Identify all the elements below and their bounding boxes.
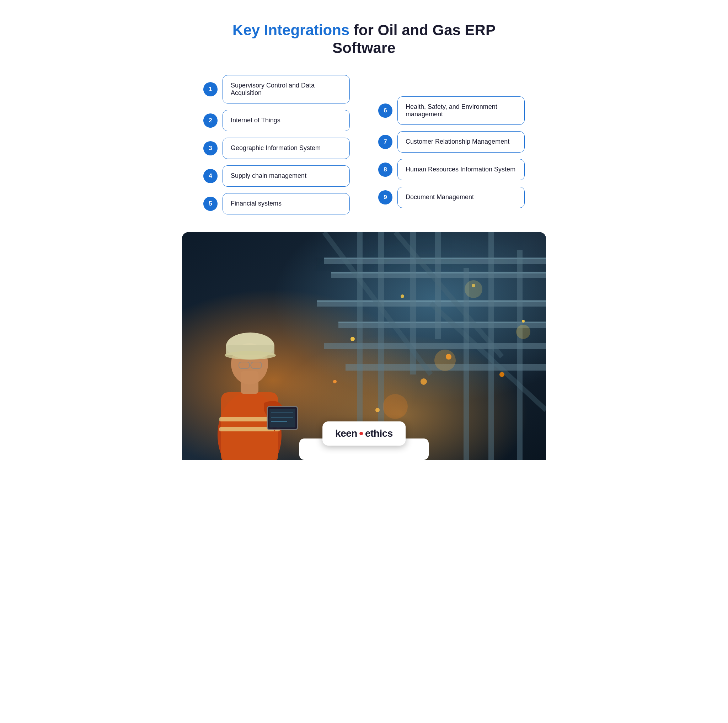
badge-7: 7	[378, 135, 392, 149]
left-column: 1 Supervisory Control and Data Acquisiti…	[203, 75, 350, 214]
logo-keen: keen	[335, 428, 357, 439]
badge-1: 1	[203, 82, 217, 97]
bottom-image-section: keen ethics	[182, 232, 546, 460]
integration-item-1: 1 Supervisory Control and Data Acquisiti…	[203, 75, 350, 104]
svg-rect-50	[269, 409, 295, 427]
top-section: Key Integrations for Oil and Gas ERP Sof…	[182, 0, 546, 232]
badge-2: 2	[203, 113, 217, 128]
title-highlight: Key Integrations	[232, 22, 349, 38]
integration-item-3: 3 Geographic Information System	[203, 138, 350, 159]
svg-point-24	[350, 337, 355, 341]
logo-card: keen ethics	[323, 421, 405, 446]
svg-point-45	[225, 351, 276, 360]
svg-point-36	[516, 325, 530, 339]
item-label-2: Internet of Things	[223, 110, 350, 131]
badge-6: 6	[378, 104, 392, 118]
integrations-grid: 1 Supervisory Control and Data Acquisiti…	[203, 75, 525, 214]
svg-point-25	[401, 294, 404, 298]
item-label-5: Financial systems	[223, 193, 350, 214]
svg-point-29	[522, 320, 525, 323]
integration-item-4: 4 Supply chain management	[203, 165, 350, 187]
badge-4: 4	[203, 169, 217, 183]
item-label-8: Human Resources Information System	[398, 159, 525, 180]
item-label-7: Customer Relationship Management	[398, 131, 525, 153]
svg-point-31	[375, 408, 380, 412]
logo-ethics: ethics	[365, 428, 393, 439]
integration-item-7: 7 Customer Relationship Management	[378, 131, 525, 153]
right-column: 6 Health, Safety, and Environment manage…	[378, 97, 525, 208]
svg-point-35	[383, 394, 408, 419]
item-label-4: Supply chain management	[223, 165, 350, 187]
logo-dot	[359, 432, 363, 435]
integration-item-5: 5 Financial systems	[203, 193, 350, 214]
svg-point-34	[465, 280, 482, 298]
item-label-6: Health, Safety, and Environment manageme…	[398, 97, 525, 125]
svg-point-32	[333, 380, 336, 383]
badge-5: 5	[203, 197, 217, 211]
integration-item-2: 2 Internet of Things	[203, 110, 350, 131]
item-label-3: Geographic Information System	[223, 138, 350, 159]
title-rest: for Oil and Gas ERP Software	[332, 22, 496, 56]
badge-8: 8	[378, 162, 392, 177]
svg-point-28	[499, 372, 505, 377]
svg-point-30	[421, 378, 427, 385]
item-label-1: Supervisory Control and Data Acquisition	[223, 75, 350, 104]
integration-item-9: 9 Document Management	[378, 187, 525, 208]
page-title: Key Integrations for Oil and Gas ERP Sof…	[203, 21, 525, 57]
integration-item-8: 8 Human Resources Information System	[378, 159, 525, 180]
badge-3: 3	[203, 141, 217, 155]
badge-9: 9	[378, 190, 392, 204]
integration-item-6: 6 Health, Safety, and Environment manage…	[378, 97, 525, 125]
item-label-9: Document Management	[398, 187, 525, 208]
svg-point-33	[434, 349, 456, 371]
